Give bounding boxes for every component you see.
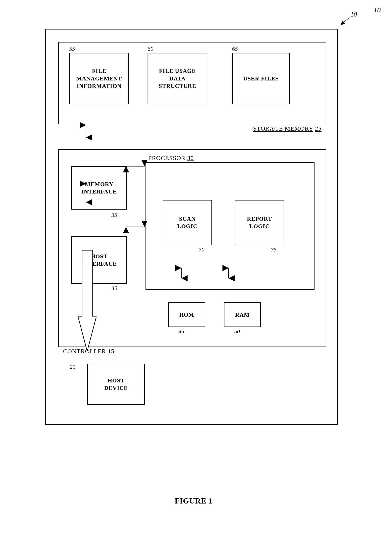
host-device-box: HOSTDEVICE xyxy=(87,364,145,405)
user-files-text: USER FILES xyxy=(243,75,279,82)
ram-text: RAM xyxy=(235,311,250,318)
ref-75: 75 xyxy=(271,246,277,253)
report-logic-text: REPORTLOGIC xyxy=(247,215,272,230)
figure-label: FIGURE 1 xyxy=(175,496,213,505)
outer-system-box: FILE MANAGEMENT INFORMATION 55 FILE USAG… xyxy=(45,29,338,425)
user-files-box: USER FILES xyxy=(232,53,290,104)
diagram-container: FILE MANAGEMENT INFORMATION 55 FILE USAG… xyxy=(33,12,355,507)
ref-10-outside: 10 xyxy=(336,10,361,28)
ref-50: 50 xyxy=(234,328,240,335)
ref-70: 70 xyxy=(199,246,205,253)
storage-memory-box: FILE MANAGEMENT INFORMATION 55 FILE USAG… xyxy=(58,42,326,124)
memory-interface-box: MEMORYINTERFACE xyxy=(71,166,127,210)
processor-label: PROCESSOR 30 xyxy=(148,155,194,161)
ref-20: 20 xyxy=(70,364,75,370)
storage-memory-label: STORAGE MEMORY 25 xyxy=(253,125,322,132)
ref-45: 45 xyxy=(178,328,184,335)
memory-interface-text: MEMORYINTERFACE xyxy=(81,180,117,196)
scan-logic-box: SCANLOGIC xyxy=(163,200,212,245)
svg-text:10: 10 xyxy=(350,10,357,18)
controller-box: MEMORYINTERFACE 35 HOSTINTERFACE 40 PROC… xyxy=(58,149,326,347)
file-usage-box: FILE USAGEDATASTRUCTURE xyxy=(148,53,207,104)
svg-marker-12 xyxy=(78,250,96,351)
report-logic-box: REPORTLOGIC xyxy=(235,200,284,245)
ref-10-label: 10 xyxy=(374,6,381,14)
ref-40: 40 xyxy=(112,285,117,292)
ref-55: 55 xyxy=(69,46,75,52)
ref-65: 65 xyxy=(232,46,238,52)
svg-line-14 xyxy=(342,18,349,24)
processor-box: PROCESSOR 30 SCANLOGIC 70 REPORTLOGIC 75 xyxy=(145,162,314,290)
rom-text: ROM xyxy=(179,311,194,318)
file-management-text: FILE MANAGEMENT INFORMATION xyxy=(70,67,128,90)
rom-box: ROM xyxy=(168,302,205,327)
ref-35: 35 xyxy=(112,212,117,218)
ref-60: 60 xyxy=(148,46,153,52)
host-device-text: HOSTDEVICE xyxy=(104,377,128,392)
page: 10 FILE MANAGEMENT INFORMATION 55 FILE U… xyxy=(0,0,392,533)
scan-logic-text: SCANLOGIC xyxy=(177,215,197,230)
block-arrow-down xyxy=(78,250,96,352)
file-management-box: FILE MANAGEMENT INFORMATION xyxy=(69,53,129,104)
ram-box: RAM xyxy=(224,302,261,327)
file-usage-text: FILE USAGEDATASTRUCTURE xyxy=(159,67,196,90)
